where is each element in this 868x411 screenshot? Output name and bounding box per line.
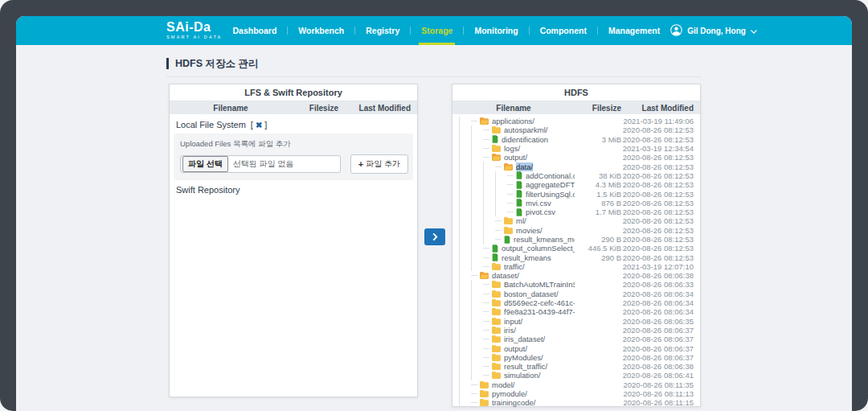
tree-item-name-text[interactable]: simulation/ (504, 371, 540, 380)
tree-item-name-text[interactable]: f9e8a231-0439-44f7-b961-2b02df53d8a4/ (504, 307, 575, 316)
tree-row[interactable]: BatchAutoMLTrainInSingleEngine/2020-08-2… (452, 280, 700, 289)
tree-guide-line (459, 389, 471, 398)
tree-item-name-text[interactable]: d5569ec2-cefc-461c-998f-3ee9801d99e8/ (504, 298, 575, 307)
window-frame: SAi-Da SMART AI DATA DashboardWorkbenchR… (0, 0, 868, 411)
tree-row[interactable]: applications/2021-03-19 11:49:06 (452, 117, 700, 125)
tree-row[interactable]: pivot.csv1.7 MiB2020-08-26 08:12:53 (452, 208, 700, 216)
tree-item-name: applications/ (492, 117, 575, 125)
tree-item-name-text[interactable]: input/ (504, 317, 522, 326)
tree-item-name-text[interactable]: trainingcode/ (492, 398, 535, 407)
tree-row[interactable]: filterUsingSql.csv1.5 KiB2020-08-26 08:1… (452, 189, 700, 198)
tree-connector (507, 203, 514, 203)
tree-row[interactable]: d5569ec2-cefc-461c-998f-3ee9801d99e8/202… (452, 298, 700, 307)
tree-row[interactable]: iris/2020-08-26 08:06:37 (452, 326, 700, 335)
tree-item-name-text[interactable]: ml/ (516, 216, 526, 225)
tree-row[interactable]: didentification3 MiB2020-08-26 08:12:53 (452, 135, 700, 144)
app-window: SAi-Da SMART AI DATA DashboardWorkbenchR… (16, 16, 852, 411)
tree-item-name-text[interactable]: output/ (504, 344, 527, 353)
tree-row[interactable]: boston_dataset/2020-08-26 08:06:34 (452, 290, 700, 298)
nav-item-workbench[interactable]: Workbench (288, 16, 354, 45)
tree-item-name-text[interactable]: output/ (504, 153, 527, 162)
tree-item-name-selected[interactable]: data/ (516, 162, 533, 171)
tree-item-name-text[interactable]: result_traffic/ (504, 362, 547, 371)
tree-guide-line (471, 244, 483, 253)
tree-item-name-text[interactable]: pymodule/ (492, 389, 527, 398)
tree-item-name-text[interactable]: boston_dataset/ (504, 290, 559, 298)
tree-row[interactable]: pymodule/2020-08-26 08:11:13 (452, 389, 700, 398)
close-icon[interactable]: ✖ (256, 121, 262, 129)
tree-item-name-text[interactable]: model/ (492, 380, 515, 389)
column-filesize: Filesize (292, 104, 338, 113)
nav-item-storage[interactable]: Storage (411, 16, 463, 45)
tree-connector (483, 284, 489, 285)
tree-item-name-text[interactable]: iris/ (504, 326, 516, 335)
tree-item-name-text[interactable]: autosparkml/ (504, 125, 547, 134)
tree-row[interactable]: addContional.csv38 KiB2020-08-26 08:12:5… (452, 171, 700, 180)
tree-row[interactable]: mvi.csv876 B2020-08-26 08:12:53 (452, 199, 700, 208)
user-menu[interactable]: Gil Dong, Hong (670, 24, 757, 38)
tree-row[interactable]: aggregateDFTime.csv4.3 MiB2020-08-26 08:… (452, 180, 700, 189)
tree-row[interactable]: simulation/2020-08-26 08:06:41 (452, 371, 700, 380)
tree-row[interactable]: data/2020-08-26 08:12:53 (452, 162, 700, 171)
tree-guide-line (459, 307, 471, 316)
tree-item-name-text[interactable]: aggregateDFTime.csv (526, 180, 575, 189)
tree-item-name-text[interactable]: traffic/ (504, 262, 525, 271)
tree-row[interactable]: result_kmeans290 B2020-08-26 08:12:53 (452, 253, 700, 261)
tree-connector (495, 239, 502, 240)
tree-item-name-text[interactable]: applications/ (492, 117, 534, 125)
tree-item-name-text[interactable]: addContional.csv (526, 171, 575, 180)
user-avatar-icon (670, 24, 682, 38)
tree-item-name-text[interactable]: result_kmeans (502, 253, 551, 262)
tree-row[interactable]: iris_dataset/2020-08-26 08:06:37 (452, 335, 700, 343)
tree-guide-line (471, 153, 483, 162)
tree-item-name-text[interactable]: pivot.csv (526, 208, 555, 216)
tree-item-name-text[interactable]: didentification (502, 135, 548, 144)
file-select-input[interactable]: 파일 선택 선택된 파일 없음 (180, 155, 341, 173)
tree-row[interactable]: autosparkml/2020-08-26 08:12:53 (452, 125, 700, 134)
tree-connector (507, 175, 514, 176)
tree-item-name-text[interactable]: filterUsingSql.csv (526, 190, 575, 199)
tree-row[interactable]: pyModules/2020-08-26 08:06:37 (452, 353, 700, 362)
nav-item-management[interactable]: Management (598, 16, 670, 45)
nav-item-component[interactable]: Component (530, 16, 597, 45)
tree-row[interactable]: dataset/2020-08-26 08:06:38 (452, 271, 700, 280)
tree-row[interactable]: result_traffic/2020-08-26 08:06:38 (452, 362, 700, 371)
folder-icon (504, 217, 513, 224)
tree-guide-line (471, 298, 483, 307)
nav-item-dashboard[interactable]: Dashboard (222, 16, 287, 45)
file-select-button[interactable]: 파일 선택 (182, 156, 228, 172)
tree-row[interactable]: output/2020-08-26 08:12:53 (452, 153, 700, 162)
tree-connector (495, 220, 502, 221)
tree-row[interactable]: input/2020-08-26 08:06:35 (452, 317, 700, 326)
tree-item-name-text[interactable]: iris_dataset/ (504, 335, 545, 343)
tree-row[interactable]: f9e8a231-0439-44f7-b961-2b02df53d8a4/202… (452, 307, 700, 316)
tree-item-name-text[interactable]: mvi.csv (526, 199, 551, 208)
app-logo[interactable]: SAi-Da SMART AI DATA (166, 21, 222, 40)
tree-guide-line (459, 398, 471, 407)
tree-item-modified: 2020-08-26 08:06:38 (621, 362, 700, 371)
nav-item-monitoring[interactable]: Monitoring (464, 16, 528, 45)
tree-item-name-text[interactable]: BatchAutoMLTrainInSingleEngine/ (504, 280, 575, 289)
tree-row[interactable]: output_columnSelect_adult.csv446.5 KiB20… (452, 244, 700, 253)
tree-row[interactable]: model/2020-08-26 08:11:35 (452, 380, 700, 389)
tree-row[interactable]: logs/2021-03-19 12:34:54 (452, 144, 700, 153)
tree-item-name-text[interactable]: result_kmeans_medbiz (514, 235, 575, 244)
add-file-button[interactable]: + 파일 추가 (350, 154, 408, 174)
tree-item-name-text[interactable]: dataset/ (492, 271, 519, 280)
folder-icon (492, 345, 501, 352)
tree-row[interactable]: traffic/2021-03-19 12:07:10 (452, 262, 700, 271)
tree-guide-line (459, 244, 471, 253)
tree-item-name-text[interactable]: movies/ (516, 226, 542, 235)
tree-guide-line (471, 180, 483, 189)
tree-item-name-text[interactable]: output_columnSelect_adult.csv (502, 244, 575, 253)
move-to-hdfs-button[interactable] (424, 228, 445, 245)
tree-item-name-text[interactable]: logs/ (504, 144, 520, 153)
tree-row[interactable]: trainingcode/2020-08-26 08:11:15 (452, 398, 700, 407)
tree-row[interactable]: movies/2020-08-26 08:12:53 (452, 226, 700, 235)
nav-item-registry[interactable]: Registry (355, 16, 410, 45)
tree-row[interactable]: ml/2020-08-26 08:12:53 (452, 216, 700, 225)
tree-item-name: logs/ (504, 144, 575, 153)
tree-item-name-text[interactable]: pyModules/ (504, 353, 543, 362)
tree-row[interactable]: output/2020-08-26 08:06:37 (452, 343, 700, 352)
tree-row[interactable]: result_kmeans_medbiz290 B2020-08-26 08:1… (452, 235, 700, 244)
